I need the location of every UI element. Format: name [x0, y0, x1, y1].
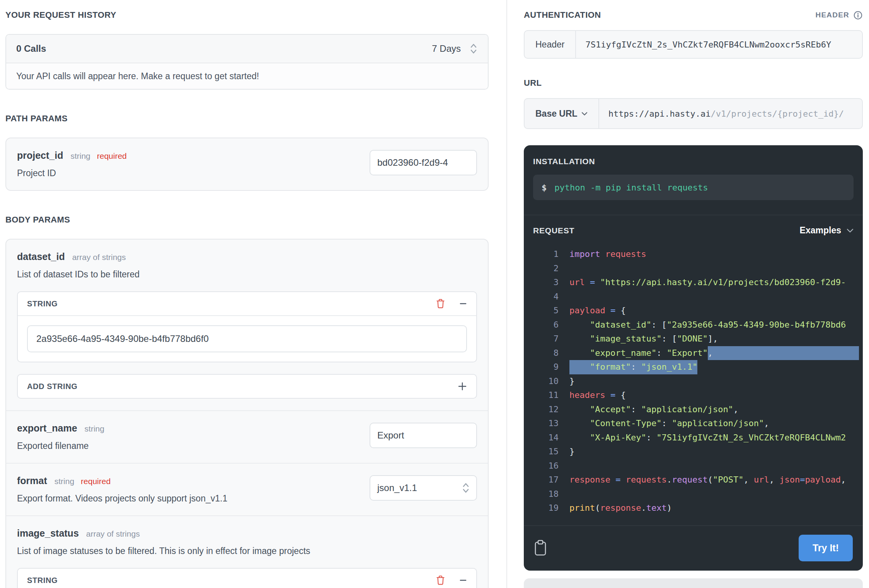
- param-required-flag: required: [81, 477, 111, 486]
- request-header-row: REQUEST Examples: [524, 215, 863, 236]
- param-dataset-id-desc: List of dataset IDs to be filtered: [17, 269, 477, 280]
- trash-icon[interactable]: [436, 298, 445, 309]
- param-required-flag: required: [97, 151, 127, 160]
- updown-chevrons-icon: [469, 42, 478, 55]
- auth-badge-label: HEADER: [816, 11, 849, 19]
- auth-header-field: Header 7S1iyfgIVcZtN_2s_VhCZkt7eRQFB4CLN…: [524, 30, 863, 59]
- code-line: 15}: [533, 445, 859, 459]
- request-history-box: 0 Calls 7 Days Your API calls will appea…: [5, 34, 489, 90]
- code-line: 12 "Accept": "application/json",: [533, 403, 859, 417]
- dataset-id-string-input[interactable]: [27, 325, 467, 352]
- param-type: string: [70, 151, 90, 160]
- param-format-info: format string required Export format. Vi…: [17, 475, 227, 504]
- param-dataset-id: dataset_id array of strings List of data…: [6, 240, 488, 410]
- authentication-row: AUTHENTICATION HEADER: [524, 10, 863, 20]
- param-image-status: image_status array of strings List of im…: [6, 515, 488, 588]
- code-line: 4: [533, 290, 859, 304]
- base-url-selector[interactable]: Base URL: [525, 99, 599, 128]
- chevron-down-icon: [581, 112, 588, 116]
- param-project-id: project_id string required Project ID: [6, 138, 488, 190]
- param-project-id-title: project_id string required: [17, 150, 127, 161]
- format-select[interactable]: json_v1.1: [370, 475, 477, 501]
- param-format-title: format string required: [17, 475, 227, 486]
- code-panel: INSTALLATION $ python -m pip install req…: [524, 145, 863, 571]
- param-export-name-info: export_name string Exported filename: [17, 423, 104, 451]
- chevron-down-icon: [847, 228, 854, 233]
- param-name: image_status: [17, 528, 79, 539]
- param-project-id-info: project_id string required Project ID: [17, 150, 127, 178]
- api-reference-page: YOUR REQUEST HISTORY 0 Calls 7 Days Your…: [0, 0, 869, 588]
- auth-header-value[interactable]: 7S1iyfgIVcZtN_2s_VhCZkt7eRQFB4CLNwm2ooxc…: [576, 31, 862, 58]
- string-card-header: STRING: [18, 569, 476, 588]
- param-name: dataset_id: [17, 251, 65, 262]
- param-name: format: [17, 475, 47, 486]
- calls-count: 0 Calls: [16, 43, 46, 54]
- auth-header-badge[interactable]: HEADER: [816, 10, 863, 20]
- clipboard-copy-icon[interactable]: [534, 539, 547, 557]
- param-format: format string required Export format. Vi…: [6, 463, 488, 515]
- plus-icon: [458, 382, 467, 391]
- body-params-title: BODY PARAMS: [5, 215, 489, 225]
- collapse-minus-icon[interactable]: [459, 576, 467, 584]
- code-line: 2: [533, 262, 859, 276]
- body-params-box: dataset_id array of strings List of data…: [5, 239, 489, 588]
- panel-footer: Try It!: [524, 526, 863, 571]
- collapse-minus-icon[interactable]: [459, 300, 467, 308]
- request-history-header: 0 Calls 7 Days: [6, 35, 488, 63]
- export-name-input[interactable]: [370, 423, 477, 448]
- code-line: 8 "export_name": "Export",: [533, 346, 859, 360]
- param-image-status-desc: List of image statuses to be filtered. T…: [17, 546, 477, 556]
- string-card-title: STRING: [27, 299, 58, 308]
- request-url-value: https://api.hasty.ai/v1/projects/{projec…: [599, 99, 862, 128]
- shell-prompt: $: [542, 183, 547, 192]
- param-export-name: export_name string Exported filename: [6, 410, 488, 463]
- try-it-button[interactable]: Try It!: [799, 535, 853, 561]
- code-line: 7 "image_status": ["DONE"],: [533, 332, 859, 346]
- examples-label: Examples: [800, 225, 841, 236]
- param-export-name-title: export_name string: [17, 423, 104, 434]
- param-name: export_name: [17, 423, 77, 433]
- auth-header-label: Header: [525, 31, 576, 58]
- code-line: 9 "format": "json_v1.1": [533, 360, 859, 374]
- param-name: project_id: [17, 150, 63, 161]
- base-url-label: Base URL: [535, 109, 578, 119]
- param-type: string: [55, 477, 74, 486]
- url-title: URL: [524, 78, 863, 88]
- project-id-input[interactable]: [370, 150, 477, 175]
- param-type: array of strings: [86, 529, 140, 538]
- param-export-name-desc: Exported filename: [17, 441, 104, 451]
- path-params-title: PATH PARAMS: [5, 114, 489, 124]
- param-type: string: [85, 424, 104, 433]
- format-select-value: json_v1.1: [377, 483, 417, 493]
- trash-icon[interactable]: [436, 575, 445, 586]
- install-command: python -m pip install requests: [554, 183, 708, 192]
- request-url-path: /v1/projects/{project_id}/: [711, 109, 844, 119]
- code-line: 17response = requests.request("POST", ur…: [533, 473, 859, 487]
- code-line: 5payload = {: [533, 304, 859, 318]
- installation-title: INSTALLATION: [533, 157, 854, 166]
- response-section-collapsed: [524, 578, 863, 588]
- code-line: 11headers = {: [533, 388, 859, 403]
- add-string-button[interactable]: ADD STRING: [17, 374, 477, 399]
- request-history-empty-text: Your API calls will appear here. Make a …: [6, 63, 488, 89]
- code-editor[interactable]: 1import requests23url = "https://api.has…: [524, 247, 863, 515]
- param-dataset-id-title: dataset_id array of strings: [17, 251, 477, 262]
- code-line: 19print(response.text): [533, 501, 859, 515]
- code-line: 14 "X-Api-Key": "7S1iyfgIVcZtN_2s_VhCZkt…: [533, 431, 859, 445]
- path-params-box: project_id string required Project ID: [5, 138, 489, 191]
- string-card-header: STRING: [18, 292, 476, 316]
- code-line: 16: [533, 459, 859, 473]
- code-lines: 1import requests23url = "https://api.has…: [533, 247, 859, 515]
- string-card-title: STRING: [27, 576, 58, 585]
- install-command-box[interactable]: $ python -m pip install requests: [533, 175, 854, 200]
- examples-dropdown[interactable]: Examples: [800, 225, 854, 236]
- string-card-actions: [436, 575, 467, 586]
- history-range-value: 7 Days: [432, 43, 461, 54]
- request-form-column: YOUR REQUEST HISTORY 0 Calls 7 Days Your…: [0, 0, 507, 588]
- param-format-desc: Export format. Videos projects only supp…: [17, 493, 227, 504]
- image-status-string-card: STRING DONE: [17, 568, 477, 588]
- param-type: array of strings: [72, 253, 126, 262]
- code-line: 13 "Content-Type": "application/json",: [533, 416, 859, 431]
- add-string-label: ADD STRING: [27, 382, 77, 391]
- history-range-selector[interactable]: 7 Days: [432, 42, 478, 55]
